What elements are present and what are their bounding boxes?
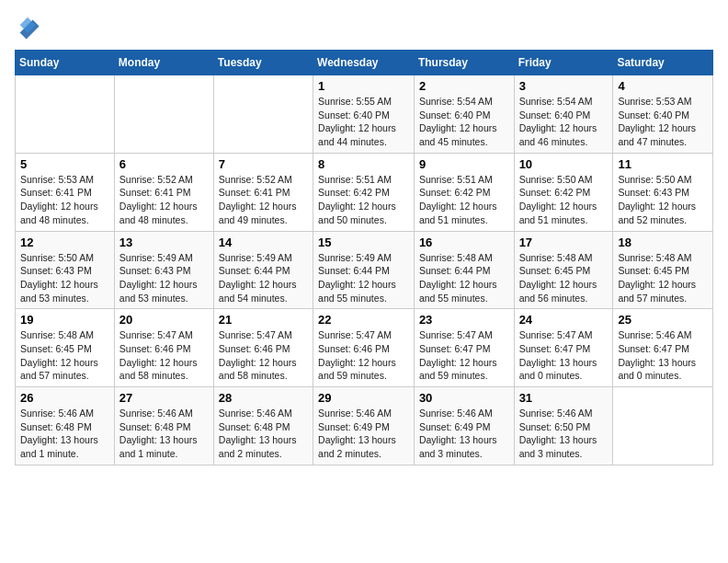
day-number: 11 xyxy=(618,157,708,171)
day-info: Sunrise: 5:46 AM Sunset: 6:48 PM Dayligh… xyxy=(219,407,308,461)
calendar-week-row: 5Sunrise: 5:53 AM Sunset: 6:41 PM Daylig… xyxy=(16,153,713,231)
day-info: Sunrise: 5:51 AM Sunset: 6:42 PM Dayligh… xyxy=(419,173,509,227)
calendar-cell: 27Sunrise: 5:46 AM Sunset: 6:48 PM Dayli… xyxy=(114,387,213,465)
day-info: Sunrise: 5:46 AM Sunset: 6:48 PM Dayligh… xyxy=(119,407,209,461)
weekday-header-row: SundayMondayTuesdayWednesdayThursdayFrid… xyxy=(16,51,713,75)
logo xyxy=(15,15,44,40)
day-number: 13 xyxy=(119,236,209,249)
day-info: Sunrise: 5:47 AM Sunset: 6:47 PM Dayligh… xyxy=(519,328,609,383)
calendar-week-row: 19Sunrise: 5:48 AM Sunset: 6:45 PM Dayli… xyxy=(16,309,713,387)
logo-icon xyxy=(15,15,40,40)
day-info: Sunrise: 5:46 AM Sunset: 6:49 PM Dayligh… xyxy=(318,407,409,461)
calendar-cell: 13Sunrise: 5:49 AM Sunset: 6:43 PM Dayli… xyxy=(114,231,213,309)
day-number: 29 xyxy=(318,391,409,405)
weekday-header: Tuesday xyxy=(213,51,313,75)
day-info: Sunrise: 5:47 AM Sunset: 6:46 PM Dayligh… xyxy=(318,328,409,383)
day-number: 30 xyxy=(419,391,509,405)
weekday-header: Friday xyxy=(514,51,613,75)
day-info: Sunrise: 5:54 AM Sunset: 6:40 PM Dayligh… xyxy=(419,95,509,149)
day-number: 8 xyxy=(318,157,409,171)
day-number: 19 xyxy=(20,313,109,327)
weekday-header: Wednesday xyxy=(313,51,415,75)
day-number: 12 xyxy=(20,236,109,249)
calendar-cell: 25Sunrise: 5:46 AM Sunset: 6:47 PM Dayli… xyxy=(613,309,713,387)
calendar-cell: 23Sunrise: 5:47 AM Sunset: 6:47 PM Dayli… xyxy=(414,309,514,387)
day-info: Sunrise: 5:51 AM Sunset: 6:42 PM Dayligh… xyxy=(318,173,409,227)
day-info: Sunrise: 5:47 AM Sunset: 6:47 PM Dayligh… xyxy=(419,328,509,383)
day-number: 9 xyxy=(419,157,509,171)
day-number: 17 xyxy=(519,236,609,249)
day-info: Sunrise: 5:55 AM Sunset: 6:40 PM Dayligh… xyxy=(318,95,409,149)
day-info: Sunrise: 5:46 AM Sunset: 6:50 PM Dayligh… xyxy=(519,407,609,461)
calendar-cell: 24Sunrise: 5:47 AM Sunset: 6:47 PM Dayli… xyxy=(514,309,613,387)
day-number: 4 xyxy=(618,79,708,93)
day-number: 22 xyxy=(318,313,409,327)
day-number: 16 xyxy=(419,236,509,249)
calendar-cell xyxy=(213,75,313,154)
calendar-cell: 4Sunrise: 5:53 AM Sunset: 6:40 PM Daylig… xyxy=(613,75,713,154)
day-number: 5 xyxy=(20,157,109,171)
calendar-cell: 16Sunrise: 5:48 AM Sunset: 6:44 PM Dayli… xyxy=(414,231,514,309)
calendar-cell: 17Sunrise: 5:48 AM Sunset: 6:45 PM Dayli… xyxy=(514,231,613,309)
day-number: 7 xyxy=(219,157,308,171)
day-info: Sunrise: 5:46 AM Sunset: 6:47 PM Dayligh… xyxy=(618,328,708,383)
calendar-cell: 10Sunrise: 5:50 AM Sunset: 6:42 PM Dayli… xyxy=(514,153,613,231)
calendar-cell: 7Sunrise: 5:52 AM Sunset: 6:41 PM Daylig… xyxy=(213,153,313,231)
day-number: 3 xyxy=(519,79,609,93)
day-info: Sunrise: 5:53 AM Sunset: 6:40 PM Dayligh… xyxy=(618,95,708,149)
day-info: Sunrise: 5:52 AM Sunset: 6:41 PM Dayligh… xyxy=(119,173,209,227)
day-info: Sunrise: 5:49 AM Sunset: 6:44 PM Dayligh… xyxy=(219,251,308,305)
day-info: Sunrise: 5:53 AM Sunset: 6:41 PM Dayligh… xyxy=(20,173,109,227)
weekday-header: Thursday xyxy=(414,51,514,75)
calendar-week-row: 1Sunrise: 5:55 AM Sunset: 6:40 PM Daylig… xyxy=(16,75,713,154)
day-number: 24 xyxy=(519,313,609,327)
calendar-cell: 12Sunrise: 5:50 AM Sunset: 6:43 PM Dayli… xyxy=(16,231,115,309)
day-info: Sunrise: 5:54 AM Sunset: 6:40 PM Dayligh… xyxy=(519,95,609,149)
calendar-cell: 14Sunrise: 5:49 AM Sunset: 6:44 PM Dayli… xyxy=(213,231,313,309)
calendar-cell: 26Sunrise: 5:46 AM Sunset: 6:48 PM Dayli… xyxy=(16,387,115,465)
day-number: 10 xyxy=(519,157,609,171)
calendar-cell: 6Sunrise: 5:52 AM Sunset: 6:41 PM Daylig… xyxy=(114,153,213,231)
day-number: 18 xyxy=(618,236,708,249)
calendar-cell: 9Sunrise: 5:51 AM Sunset: 6:42 PM Daylig… xyxy=(414,153,514,231)
weekday-header: Monday xyxy=(114,51,213,75)
day-info: Sunrise: 5:47 AM Sunset: 6:46 PM Dayligh… xyxy=(119,328,209,383)
day-info: Sunrise: 5:48 AM Sunset: 6:45 PM Dayligh… xyxy=(20,328,109,383)
day-number: 1 xyxy=(318,79,409,93)
day-number: 27 xyxy=(119,391,209,405)
calendar-cell: 5Sunrise: 5:53 AM Sunset: 6:41 PM Daylig… xyxy=(16,153,115,231)
calendar-cell: 30Sunrise: 5:46 AM Sunset: 6:49 PM Dayli… xyxy=(414,387,514,465)
day-number: 31 xyxy=(519,391,609,405)
day-number: 15 xyxy=(318,236,409,249)
calendar-cell: 15Sunrise: 5:49 AM Sunset: 6:44 PM Dayli… xyxy=(313,231,415,309)
day-info: Sunrise: 5:50 AM Sunset: 6:43 PM Dayligh… xyxy=(618,173,708,227)
page-header xyxy=(15,15,713,40)
day-number: 23 xyxy=(419,313,509,327)
calendar-cell xyxy=(16,75,115,154)
day-number: 28 xyxy=(219,391,308,405)
calendar-cell: 19Sunrise: 5:48 AM Sunset: 6:45 PM Dayli… xyxy=(16,309,115,387)
day-number: 20 xyxy=(119,313,209,327)
day-number: 2 xyxy=(419,79,509,93)
day-info: Sunrise: 5:48 AM Sunset: 6:45 PM Dayligh… xyxy=(519,251,609,305)
calendar-cell xyxy=(613,387,713,465)
day-info: Sunrise: 5:50 AM Sunset: 6:43 PM Dayligh… xyxy=(20,251,109,305)
day-info: Sunrise: 5:50 AM Sunset: 6:42 PM Dayligh… xyxy=(519,173,609,227)
calendar-week-row: 26Sunrise: 5:46 AM Sunset: 6:48 PM Dayli… xyxy=(16,387,713,465)
day-number: 25 xyxy=(618,313,708,327)
calendar-table: SundayMondayTuesdayWednesdayThursdayFrid… xyxy=(15,50,713,465)
calendar-cell: 18Sunrise: 5:48 AM Sunset: 6:45 PM Dayli… xyxy=(613,231,713,309)
day-info: Sunrise: 5:52 AM Sunset: 6:41 PM Dayligh… xyxy=(219,173,308,227)
day-info: Sunrise: 5:47 AM Sunset: 6:46 PM Dayligh… xyxy=(219,328,308,383)
calendar-cell: 28Sunrise: 5:46 AM Sunset: 6:48 PM Dayli… xyxy=(213,387,313,465)
calendar-cell: 2Sunrise: 5:54 AM Sunset: 6:40 PM Daylig… xyxy=(414,75,514,154)
day-info: Sunrise: 5:46 AM Sunset: 6:48 PM Dayligh… xyxy=(20,407,109,461)
calendar-cell: 31Sunrise: 5:46 AM Sunset: 6:50 PM Dayli… xyxy=(514,387,613,465)
calendar-week-row: 12Sunrise: 5:50 AM Sunset: 6:43 PM Dayli… xyxy=(16,231,713,309)
day-info: Sunrise: 5:46 AM Sunset: 6:49 PM Dayligh… xyxy=(419,407,509,461)
calendar-cell: 21Sunrise: 5:47 AM Sunset: 6:46 PM Dayli… xyxy=(213,309,313,387)
day-info: Sunrise: 5:49 AM Sunset: 6:44 PM Dayligh… xyxy=(318,251,409,305)
calendar-cell: 8Sunrise: 5:51 AM Sunset: 6:42 PM Daylig… xyxy=(313,153,415,231)
calendar-cell: 29Sunrise: 5:46 AM Sunset: 6:49 PM Dayli… xyxy=(313,387,415,465)
day-number: 14 xyxy=(219,236,308,249)
